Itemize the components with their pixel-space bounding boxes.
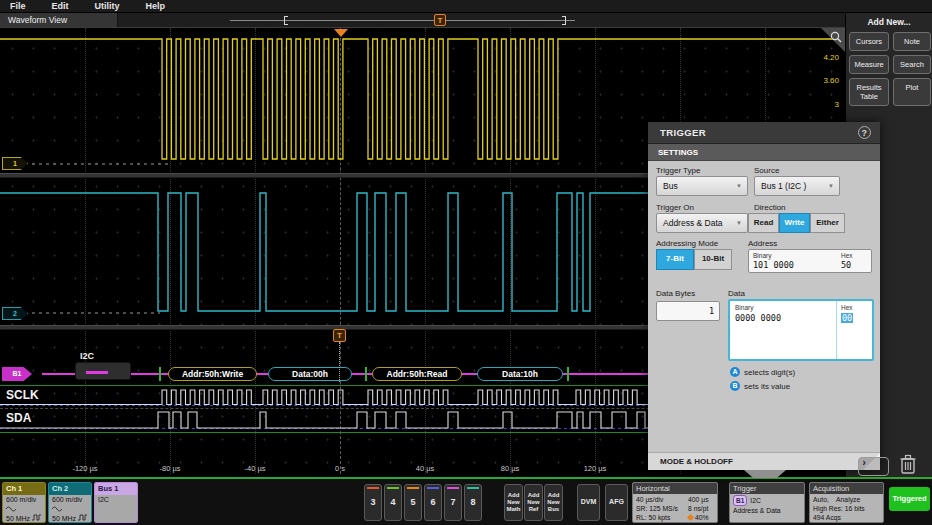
add-new-bus-button[interactable]: Add New Bus bbox=[544, 484, 563, 521]
channel-5-label: 5 bbox=[410, 497, 415, 507]
menu-bar: File Edit Utility Help bbox=[0, 0, 932, 13]
afg-button[interactable]: AFG bbox=[605, 484, 628, 521]
addressing-10bit-button[interactable]: 10-Bit bbox=[694, 249, 732, 270]
mode-holdoff-section[interactable]: MODE & HOLDOFF › bbox=[648, 452, 880, 470]
horizontal-scale: 40 µs/div bbox=[636, 495, 688, 504]
channel-4-button[interactable]: 4 bbox=[384, 484, 402, 521]
knob-a-hint-text: selects digit(s) bbox=[744, 368, 795, 377]
add-new-ref-button[interactable]: Add New Ref bbox=[524, 484, 543, 521]
knob-b-hint-text: sets its value bbox=[744, 382, 790, 391]
ch2-badge[interactable]: Ch 2 600 m/div 50 MHz bbox=[48, 482, 92, 523]
note-button[interactable]: Note bbox=[893, 32, 931, 51]
time-axis-tick: 120 µs bbox=[584, 464, 607, 473]
menu-file[interactable]: File bbox=[10, 1, 26, 11]
sclk-label: SCLK bbox=[6, 388, 39, 402]
bus-handle[interactable] bbox=[75, 362, 131, 380]
ch1-badge[interactable]: Ch 1 600 m/div 50 MHz bbox=[2, 482, 46, 523]
address-binary-value[interactable]: 101 0000 bbox=[753, 260, 794, 270]
sda-label: SDA bbox=[6, 411, 31, 425]
channel-6-button[interactable]: 6 bbox=[424, 484, 442, 521]
data-field[interactable]: Binary 0000 0000 Hex 00 bbox=[728, 299, 874, 361]
channel-8-button[interactable]: 8 bbox=[464, 484, 482, 521]
trigger-on-label: Trigger On bbox=[656, 203, 694, 212]
trigger-dialog: TRIGGER ? SETTINGS Trigger Type Bus ▼ So… bbox=[648, 122, 880, 470]
direction-label: Direction bbox=[754, 203, 786, 212]
zoom-window-right-bracket[interactable] bbox=[562, 16, 566, 25]
bandwidth-icon bbox=[52, 505, 62, 512]
menu-utility[interactable]: Utility bbox=[95, 1, 120, 11]
bus1-badge[interactable]: Bus 1 I2C bbox=[94, 482, 138, 523]
plot-button[interactable]: Plot bbox=[893, 78, 931, 106]
zoom-corner-control[interactable] bbox=[821, 28, 845, 52]
direction-read-button[interactable]: Read bbox=[748, 213, 779, 233]
trigger-on-value: Address & Data bbox=[663, 218, 723, 228]
data-bytes-value[interactable]: 1 bbox=[709, 306, 714, 316]
trigger-box[interactable]: Trigger B1I2C Address & Data bbox=[729, 482, 805, 523]
data-bytes-field[interactable]: 1 bbox=[656, 301, 720, 321]
time-axis-tick: -40 µs bbox=[245, 464, 266, 473]
ch1-bandwidth-row: 50 MHz bbox=[6, 514, 42, 523]
help-icon[interactable]: ? bbox=[858, 126, 871, 139]
channel-8-label: 8 bbox=[470, 497, 475, 507]
bandwidth-icon bbox=[6, 505, 16, 512]
record-length: RL: 50 kpts bbox=[636, 513, 688, 522]
trigger-position-triangle[interactable] bbox=[334, 29, 348, 37]
trigger-position-badge[interactable]: T bbox=[434, 14, 446, 26]
knob-a-hint: A selects digit(s) bbox=[730, 367, 795, 377]
horizontal-window: 400 µs bbox=[688, 495, 714, 504]
decode-box-addr-read[interactable]: Addr:50h:Read bbox=[372, 367, 462, 381]
bus-name-label: I2C bbox=[80, 351, 94, 361]
trigger-type-dropdown[interactable]: Bus ▼ bbox=[656, 176, 748, 196]
measure-button[interactable]: Measure bbox=[849, 55, 889, 74]
channel-4-label: 4 bbox=[390, 497, 395, 507]
channel-3-button[interactable]: 3 bbox=[364, 484, 382, 521]
trigger-on-dropdown[interactable]: Address & Data ▼ bbox=[656, 213, 748, 233]
position-percent: 40% bbox=[688, 513, 714, 522]
menu-help[interactable]: Help bbox=[146, 1, 166, 11]
settings-bar: Ch 1 600 m/div 50 MHz Ch 2 600 m/div 50 … bbox=[0, 479, 932, 525]
channel-7-button[interactable]: 7 bbox=[444, 484, 462, 521]
search-button[interactable]: Search bbox=[893, 55, 931, 74]
ch2-badge-name: Ch 2 bbox=[49, 483, 91, 495]
decode-box-data-10[interactable]: Data:10h bbox=[477, 367, 563, 381]
menu-edit[interactable]: Edit bbox=[52, 1, 69, 11]
address-label: Address bbox=[748, 239, 777, 248]
trash-icon[interactable] bbox=[896, 451, 920, 481]
chevron-down-icon: ▼ bbox=[828, 177, 834, 196]
direction-write-button[interactable]: Write bbox=[779, 213, 810, 233]
data-hex-value[interactable]: 00 bbox=[841, 313, 853, 323]
cursors-button[interactable]: Cursors bbox=[849, 32, 889, 51]
ch2-bandwidth-value: 50 MHz bbox=[52, 515, 76, 522]
triggered-status-badge[interactable]: Triggered bbox=[889, 487, 930, 511]
sample-interval: 8 ns/pt bbox=[688, 504, 714, 513]
dvm-button[interactable]: DVM bbox=[577, 484, 600, 521]
trigger-event-badge[interactable]: T bbox=[333, 329, 346, 342]
chevron-down-icon: ▼ bbox=[736, 214, 742, 233]
trigger-type-label: Trigger Type bbox=[656, 166, 700, 175]
data-binary-value[interactable]: 0000 0000 bbox=[735, 313, 781, 323]
acquisition-box[interactable]: Acquisition Auto, Analyze High Res: 16 b… bbox=[809, 482, 884, 523]
tab-settings[interactable]: SETTINGS bbox=[648, 144, 880, 161]
decode-box-addr-write[interactable]: Addr:50h:Write bbox=[168, 367, 257, 381]
direction-either-button[interactable]: Either bbox=[810, 213, 845, 233]
record-ruler-line bbox=[230, 20, 575, 21]
callout-placeholder[interactable] bbox=[858, 457, 889, 476]
ch1-scale-tick: 3 bbox=[799, 100, 839, 109]
addressing-mode-label: Addressing Mode bbox=[656, 239, 718, 248]
tab-waveform-view[interactable]: Waveform View bbox=[0, 13, 118, 27]
results-table-button[interactable]: Results Table bbox=[849, 78, 889, 106]
channel-5-button[interactable]: 5 bbox=[404, 484, 422, 521]
trigger-dialog-titlebar[interactable]: TRIGGER ? bbox=[648, 122, 880, 144]
horizontal-title: Horizontal bbox=[633, 483, 717, 494]
address-field[interactable]: Binary 101 0000 Hex 50 bbox=[748, 249, 872, 273]
address-hex-value[interactable]: 50 bbox=[841, 260, 851, 270]
add-new-math-button[interactable]: Add New Math bbox=[504, 484, 523, 521]
addressing-7bit-button[interactable]: 7-Bit bbox=[656, 249, 694, 270]
horizontal-box[interactable]: Horizontal 40 µs/div400 µs SR: 125 MS/s8… bbox=[632, 482, 718, 523]
acquisition-title: Acquisition bbox=[810, 483, 883, 494]
bus1-badge-name: Bus 1 bbox=[95, 483, 137, 495]
oscilloscope-screen: File Edit Utility Help Waveform View T 4… bbox=[0, 0, 932, 525]
b1-badge-icon: B1 bbox=[733, 495, 747, 506]
zoom-window-left-bracket[interactable] bbox=[284, 16, 288, 25]
source-dropdown[interactable]: Bus 1 (I2C ) ▼ bbox=[754, 176, 840, 196]
